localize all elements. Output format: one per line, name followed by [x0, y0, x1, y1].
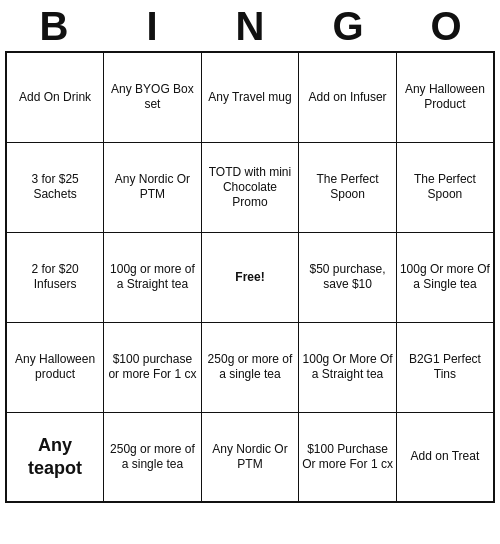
header-i: I	[107, 4, 197, 49]
cell-2-0: 2 for $20 Infusers	[6, 232, 104, 322]
table-row: Any teapot 250g or more of a single tea …	[6, 412, 494, 502]
bingo-grid: Add On Drink Any BYOG Box set Any Travel…	[5, 51, 495, 503]
cell-4-1: 250g or more of a single tea	[104, 412, 202, 502]
cell-2-3: $50 purchase, save $10	[299, 232, 397, 322]
cell-4-4: Add on Treat	[396, 412, 494, 502]
cell-0-0: Add On Drink	[6, 52, 104, 142]
table-row: Any Halloween product $100 purchase or m…	[6, 322, 494, 412]
cell-0-3: Add on Infuser	[299, 52, 397, 142]
cell-1-3: The Perfect Spoon	[299, 142, 397, 232]
cell-3-2: 250g or more of a single tea	[201, 322, 299, 412]
bingo-header: B I N G O	[5, 0, 495, 51]
cell-1-4: The Perfect Spoon	[396, 142, 494, 232]
cell-4-0: Any teapot	[6, 412, 104, 502]
cell-0-2: Any Travel mug	[201, 52, 299, 142]
table-row: Add On Drink Any BYOG Box set Any Travel…	[6, 52, 494, 142]
cell-2-4: 100g Or more Of a Single tea	[396, 232, 494, 322]
header-g: G	[303, 4, 393, 49]
cell-3-0: Any Halloween product	[6, 322, 104, 412]
cell-3-4: B2G1 Perfect Tins	[396, 322, 494, 412]
cell-1-2: TOTD with mini Chocolate Promo	[201, 142, 299, 232]
cell-1-0: 3 for $25 Sachets	[6, 142, 104, 232]
cell-2-1: 100g or more of a Straight tea	[104, 232, 202, 322]
cell-0-4: Any Halloween Product	[396, 52, 494, 142]
cell-1-1: Any Nordic Or PTM	[104, 142, 202, 232]
cell-3-1: $100 purchase or more For 1 cx	[104, 322, 202, 412]
cell-4-3: $100 Purchase Or more For 1 cx	[299, 412, 397, 502]
free-cell: Free!	[201, 232, 299, 322]
header-n: N	[205, 4, 295, 49]
cell-3-3: 100g Or More Of a Straight tea	[299, 322, 397, 412]
cell-4-2: Any Nordic Or PTM	[201, 412, 299, 502]
cell-0-1: Any BYOG Box set	[104, 52, 202, 142]
table-row: 2 for $20 Infusers 100g or more of a Str…	[6, 232, 494, 322]
header-b: B	[9, 4, 99, 49]
header-o: O	[401, 4, 491, 49]
table-row: 3 for $25 Sachets Any Nordic Or PTM TOTD…	[6, 142, 494, 232]
